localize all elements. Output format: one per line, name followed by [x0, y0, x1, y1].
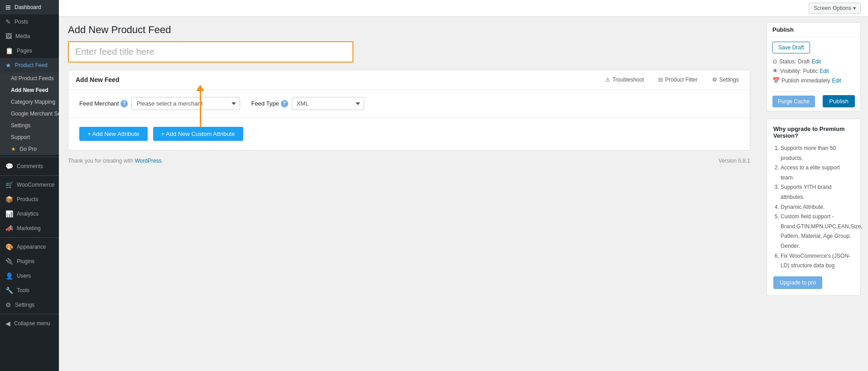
collapse-icon: ◀	[5, 320, 10, 327]
visibility-row: 👁 Visibility: Public Edit	[772, 67, 855, 74]
merchant-help-icon[interactable]: ?	[121, 100, 128, 107]
sidebar-item-tools[interactable]: 🔧 Tools	[0, 283, 59, 298]
feed-editor: Add New Feed ⚠ Troubleshoot ⊟ Product Fi…	[68, 70, 750, 150]
sidebar-item-settings-sub[interactable]: Settings	[5, 120, 59, 131]
sidebar-item-label: WooCommerce	[17, 182, 54, 188]
sidebar-item-collapse[interactable]: ◀ Collapse menu	[0, 316, 59, 331]
support-label: Support	[11, 134, 30, 140]
sidebar-item-pages[interactable]: 📋 Pages	[0, 43, 59, 58]
dashboard-icon: ⊞	[5, 4, 11, 11]
add-custom-attribute-button[interactable]: + Add New Custom Attribute	[153, 127, 243, 141]
tab-settings[interactable]: ⚙ Settings	[709, 75, 743, 85]
sidebar-item-all-feeds[interactable]: All Product Feeds	[5, 72, 59, 84]
sidebar-item-add-new-feed[interactable]: Add New Feed	[5, 84, 59, 96]
sidebar-item-comments[interactable]: 💬 Comments	[0, 159, 59, 173]
page-title: Add New Product Feed	[68, 24, 750, 36]
sidebar-item-go-pro[interactable]: ★ Go Pro	[5, 143, 59, 155]
feed-type-field-group: Feed Type ? XML CSV TSV JSON	[251, 97, 364, 110]
sidebar-item-users[interactable]: 👤 Users	[0, 269, 59, 283]
sidebar-item-google-merchant[interactable]: Google Merchant Settings	[5, 108, 59, 120]
publish-box-body: Save Draft ⊙ Status: Draft Edit 👁 Visibi…	[767, 37, 860, 91]
purge-cache-button[interactable]: Purge Cache	[772, 96, 815, 107]
tab-troubleshoot[interactable]: ⚠ Troubleshoot	[602, 75, 648, 85]
content-area: Add New Product Feed Add New Feed ⚠	[59, 17, 868, 371]
version-text: Version 5.8.1	[719, 158, 750, 164]
wordpress-link[interactable]: WordPress	[135, 158, 161, 164]
collapse-label: Collapse menu	[14, 320, 50, 327]
tab-product-filter-label: Product Filter	[665, 77, 697, 83]
sidebar-item-label: Analytics	[17, 211, 39, 217]
sidebar-divider-2	[0, 175, 59, 176]
publish-button[interactable]: Publish	[823, 95, 855, 107]
sidebar-panel: Publish Save Draft ⊙ Status: Draft Edit …	[759, 17, 868, 371]
calendar-icon: 📅	[772, 77, 780, 84]
settings-icon: ⚙	[5, 301, 11, 308]
pages-icon: 📋	[5, 47, 13, 54]
plugins-icon: 🔌	[5, 258, 13, 265]
footer: Thank you for creating with WordPress. V…	[68, 150, 750, 166]
tab-product-filter[interactable]: ⊟ Product Filter	[655, 75, 701, 85]
status-edit-link[interactable]: Edit	[811, 58, 821, 65]
sidebar-item-label: Media	[15, 33, 30, 39]
sidebar-item-plugins[interactable]: 🔌 Plugins	[0, 254, 59, 269]
main-area: Screen Options ▾ Add New Product Feed Ad…	[59, 0, 868, 371]
feed-editor-title: Add New Feed	[76, 76, 119, 83]
screen-options-label: Screen Options	[814, 5, 851, 11]
sidebar-item-label: Marketing	[17, 225, 41, 231]
settings-tab-icon: ⚙	[712, 77, 717, 83]
tab-settings-label: Settings	[719, 77, 739, 83]
product-feed-icon: ★	[5, 62, 11, 69]
add-attribute-button[interactable]: + Add New Attribute	[79, 127, 148, 141]
sidebar-item-label: Settings	[15, 302, 34, 308]
sidebar-item-analytics[interactable]: 📊 Analytics	[0, 207, 59, 221]
sidebar-item-label: Tools	[17, 287, 29, 294]
status-icon: ⊙	[772, 58, 777, 65]
sidebar-item-appearance[interactable]: 🎨 Appearance	[0, 240, 59, 254]
arrow-line	[200, 91, 201, 127]
main-content: Add New Product Feed Add New Feed ⚠	[59, 17, 759, 371]
screen-options-button[interactable]: Screen Options ▾	[809, 3, 861, 14]
feed-type-select[interactable]: XML CSV TSV JSON	[292, 97, 364, 110]
premium-box: Why upgrade to Premium Version? Supports…	[767, 119, 861, 296]
add-attribute-label: + Add New Attribute	[87, 130, 140, 137]
tab-troubleshoot-label: Troubleshoot	[612, 77, 644, 83]
sidebar-item-settings[interactable]: ⚙ Settings	[0, 298, 59, 312]
sidebar-item-label: Products	[17, 196, 38, 202]
products-icon: 📦	[5, 196, 13, 203]
sidebar-divider-3	[0, 237, 59, 238]
sidebar-item-category-mapping[interactable]: Category Mapping	[5, 96, 59, 108]
merchant-select[interactable]: Please select a merchant	[131, 97, 240, 110]
feed-editor-header: Add New Feed ⚠ Troubleshoot ⊟ Product Fi…	[68, 70, 750, 90]
upgrade-button[interactable]: Upgrade to pro	[773, 276, 822, 289]
sidebar-item-support[interactable]: Support	[5, 131, 59, 143]
sidebar-item-dashboard[interactable]: ⊞ Dashboard	[0, 0, 59, 14]
feed-fields: Feed Merchant ? Please select a merchant…	[68, 90, 750, 118]
sidebar-item-woocommerce[interactable]: 🛒 WooCommerce	[0, 178, 59, 192]
list-item: Access to a elite support team.	[781, 163, 854, 183]
publish-timing-row: 📅 Publish immediately Edit	[772, 77, 855, 84]
sidebar-item-media[interactable]: 🖼 Media	[0, 29, 59, 43]
category-mapping-label: Category Mapping	[11, 99, 55, 105]
all-feeds-label: All Product Feeds	[11, 75, 54, 82]
google-merchant-label: Google Merchant Settings	[11, 111, 59, 117]
publish-timing-edit-link[interactable]: Edit	[832, 77, 841, 84]
sidebar-item-marketing[interactable]: 📣 Marketing	[0, 221, 59, 236]
sidebar-item-product-feed[interactable]: ★ Product Feed	[0, 58, 59, 72]
feed-type-label: Feed Type ?	[251, 100, 288, 107]
arrow-head-icon	[196, 85, 204, 91]
sidebar-item-products[interactable]: 📦 Products	[0, 192, 59, 207]
save-draft-button[interactable]: Save Draft	[772, 42, 810, 53]
sidebar-item-posts[interactable]: ✎ Posts	[0, 14, 59, 29]
posts-icon: ✎	[5, 18, 11, 25]
feed-type-help-icon[interactable]: ?	[281, 100, 288, 107]
sidebar-item-label: Product Feed	[15, 62, 48, 68]
sidebar-item-label: Dashboard	[14, 4, 41, 10]
list-item: Dynamic Attribute.	[781, 202, 854, 212]
media-icon: 🖼	[5, 33, 12, 40]
list-item: Supports YITH brand attributes.	[781, 183, 854, 202]
sidebar-item-label: Comments	[17, 163, 43, 169]
feed-title-input[interactable]	[68, 41, 353, 63]
sidebar-item-label: Appearance	[17, 244, 46, 250]
visibility-edit-link[interactable]: Edit	[820, 68, 829, 74]
visibility-icon: 👁	[772, 67, 778, 74]
